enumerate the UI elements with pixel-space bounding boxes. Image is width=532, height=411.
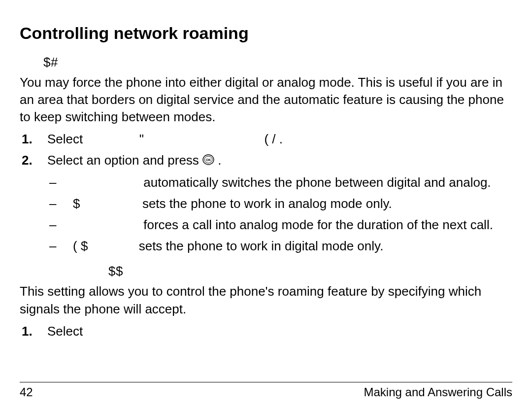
step-1-lead: Select [47,132,83,146]
page-footer: 42 Making and Answering Calls [20,382,512,399]
footer-rule [20,382,512,382]
step-text: Select [47,324,83,339]
option-digital-only: ( $ sets the phone to work in digital mo… [47,238,512,255]
chapter-title: Making and Answering Calls [364,385,513,399]
intro-paragraph-1: You may force the phone into either digi… [20,74,512,126]
step-2-tail: . [218,153,221,168]
step-1-mid: " [139,132,144,146]
option-prefix: $ [73,195,128,212]
option-analog-only: $ sets the phone to work in analog mode … [47,195,512,212]
option-prefix: ( $ [73,238,128,255]
svg-text:OK: OK [206,158,211,162]
section-title: Controlling network roaming [20,24,512,43]
section2-step-1: Select [20,323,512,340]
option-text: sets the phone to work in analog mode on… [142,196,392,211]
step-1-tail: ( / . [264,132,283,146]
option-analog-call: forces a call into analog mode for the d… [47,216,512,234]
ok-key-icon: OK [202,153,214,170]
intro-paragraph-2: This setting allows you to control the p… [20,283,512,317]
step-1: Select " ( / . [20,131,512,148]
subhead-1: $# [43,55,512,70]
page-number: 42 [20,385,33,399]
option-text: automatically switches the phone between… [143,175,491,190]
option-text: sets the phone to work in digital mode o… [139,239,384,253]
step-2: Select an option and press OK . automati… [20,152,512,255]
subhead-2: $$ [108,264,512,279]
step-2-lead: Select an option and press [47,153,199,168]
option-automatic: automatically switches the phone between… [47,174,512,191]
option-text: forces a call into analog mode for the d… [143,217,493,232]
